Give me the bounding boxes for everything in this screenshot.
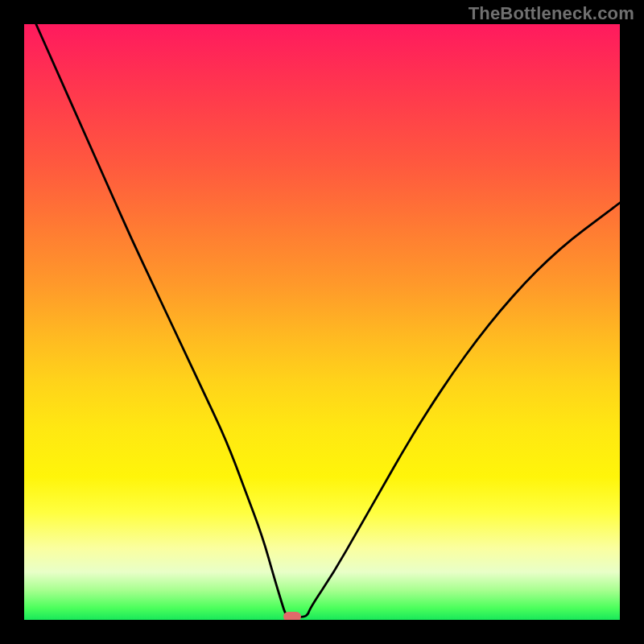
bottleneck-curve xyxy=(36,24,620,617)
watermark-text: TheBottleneck.com xyxy=(469,3,634,24)
minimum-point-marker xyxy=(283,612,301,620)
plot-area xyxy=(24,24,620,620)
chart-frame: TheBottleneck.com xyxy=(0,0,644,644)
curve-svg xyxy=(24,24,620,620)
